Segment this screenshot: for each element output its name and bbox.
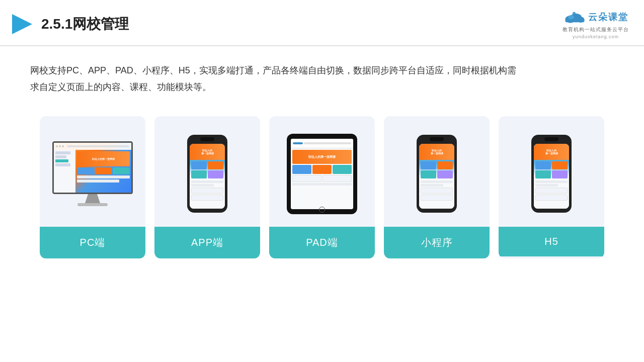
- phone-screen: 职达人的第一堂网课: [190, 144, 225, 209]
- cards-container: 职达人的第一堂网课: [0, 106, 644, 274]
- svg-point-7: [574, 13, 575, 14]
- tablet-home-button: [319, 207, 325, 213]
- play-icon: [10, 12, 34, 36]
- pc-monitor: 职达人的第一堂网课: [52, 141, 133, 206]
- tablet-screen: 职达人的第一堂网课: [291, 139, 353, 209]
- card-pc-label: PC端: [40, 227, 145, 258]
- phone-miniapp-screen: 职达人的第一堂网课: [419, 144, 454, 209]
- header: 2.5.1网校管理 云朵课堂 教育机构一站式服务云平台 yunduoketang…: [0, 0, 644, 46]
- svg-rect-4: [565, 19, 584, 22]
- logo-url: yunduoketang.com: [573, 34, 619, 39]
- card-miniapp-image: 职达人的第一堂网课: [384, 116, 490, 227]
- logo-area: 云朵课堂 教育机构一站式服务云平台 yunduoketang.com: [562, 9, 629, 39]
- card-h5: 职达人的第一堂网课: [499, 116, 604, 258]
- monitor-screen: 职达人的第一堂网课: [52, 141, 133, 194]
- description-content: 网校支持PC、APP、PAD、小程序、H5，实现多端打通，产品各终端自由切换，数…: [30, 65, 516, 92]
- card-miniapp-label: 小程序: [384, 227, 490, 258]
- description-text: 网校支持PC、APP、PAD、小程序、H5，实现多端打通，产品各终端自由切换，数…: [0, 46, 553, 106]
- page-title: 2.5.1网校管理: [41, 15, 129, 34]
- card-miniapp: 职达人的第一堂网课: [384, 116, 490, 258]
- header-left: 2.5.1网校管理: [10, 12, 129, 36]
- phone-notch: [200, 137, 214, 141]
- phone-h5-device: 职达人的第一堂网课: [531, 135, 572, 213]
- svg-point-5: [568, 15, 574, 20]
- phone-miniapp-device: 职达人的第一堂网课: [417, 135, 457, 213]
- logo-text: 云朵课堂: [588, 11, 628, 23]
- svg-marker-0: [12, 14, 32, 34]
- card-app-image: 职达人的第一堂网课: [154, 116, 260, 227]
- phone-miniapp-notch: [430, 137, 444, 141]
- card-app: 职达人的第一堂网课: [154, 116, 260, 258]
- tablet-device: 职达人的第一堂网课: [287, 134, 357, 214]
- monitor-base: [77, 203, 108, 206]
- card-pc: 职达人的第一堂网课: [40, 116, 145, 258]
- phone-h5-notch: [544, 137, 558, 141]
- monitor-stand: [85, 194, 100, 203]
- card-pad: 职达人的第一堂网课: [269, 116, 375, 258]
- card-pc-image: 职达人的第一堂网课: [40, 116, 145, 227]
- cloud-logo-icon: [563, 9, 585, 25]
- card-pad-label: PAD端: [269, 227, 375, 258]
- card-app-label: APP端: [154, 227, 260, 258]
- card-h5-label: H5: [499, 227, 604, 256]
- card-pad-image: 职达人的第一堂网课: [269, 116, 375, 227]
- card-h5-image: 职达人的第一堂网课: [499, 116, 604, 227]
- logo-sub: 教育机构一站式服务云平台: [562, 26, 629, 33]
- phone-app-device: 职达人的第一堂网课: [187, 135, 227, 213]
- phone-h5-screen: 职达人的第一堂网课: [534, 144, 569, 209]
- logo-cloud: 云朵课堂: [563, 9, 628, 25]
